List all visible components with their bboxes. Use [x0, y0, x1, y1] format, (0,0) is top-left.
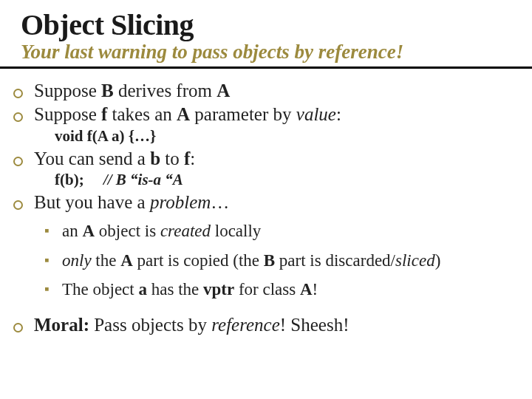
- code-void-f: void f(A a) {…}: [13, 127, 517, 146]
- bullet-derives: Suppose B derives from A: [13, 79, 517, 102]
- bullet-icon: [13, 104, 23, 127]
- slide-header: Object Slicing Your last warning to pass…: [0, 0, 532, 69]
- square-icon: ▪: [44, 220, 50, 241]
- subbullet-vptr: ▪ The object a has the vptr for class A!: [13, 277, 517, 301]
- bullet-icon: [13, 149, 23, 171]
- subbullet-copied: ▪ only the A part is copied (the B part …: [13, 248, 517, 273]
- slide-title: Object Slicing: [21, 7, 511, 42]
- bullet-param: Suppose f takes an A parameter by value:: [13, 103, 517, 126]
- bullet-send: You can send a b to f:: [13, 147, 517, 170]
- slide-body: Suppose B derives from A Suppose f takes…: [0, 69, 532, 337]
- square-icon: ▪: [44, 279, 50, 299]
- subbullet-created: ▪ an A object is created locally: [13, 219, 517, 243]
- bullet-icon: [13, 315, 23, 338]
- bullet-problem: But you have a problem…: [13, 191, 517, 214]
- bullet-icon: [13, 192, 23, 215]
- bullet-moral: Moral: Pass objects by reference! Sheesh…: [13, 313, 517, 336]
- code-fb: f(b); // B “is-a “A: [13, 171, 517, 189]
- bullet-icon: [13, 81, 23, 103]
- square-icon: ▪: [44, 250, 50, 270]
- slide-subtitle: Your last warning to pass objects by ref…: [21, 41, 511, 64]
- slide: Object Slicing Your last warning to pass…: [0, 0, 532, 399]
